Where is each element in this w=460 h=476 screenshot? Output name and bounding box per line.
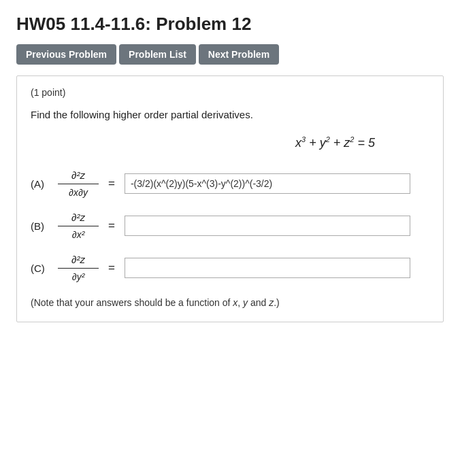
part-row-b: (B) ∂²z ∂x² = [31,211,429,240]
part-row-c: (C) ∂²z ∂y² = [31,254,429,282]
equals-a: = [108,177,115,190]
part-label-c: (C) [31,262,51,274]
note-text: (Note that your answers should be a func… [31,297,429,308]
part-label-b: (B) [31,220,51,232]
partial-deriv-c: ∂²z ∂y² [58,254,99,282]
equals-c: = [108,261,115,275]
nav-buttons: Previous Problem Problem List Next Probl… [16,44,444,65]
partial-num-b: ∂²z [71,211,85,224]
part-row-a: (A) ∂²z ∂x∂y = [31,169,429,198]
page-wrapper: HW05 11.4-11.6: Problem 12 Previous Prob… [0,0,460,336]
fraction-line-c [58,268,99,269]
fraction-line-b [58,226,99,226]
partial-denom-c: ∂y² [72,270,85,282]
answer-input-c[interactable] [125,258,410,278]
part-label-a: (A) [31,178,51,190]
partial-num-c: ∂²z [71,254,85,267]
fraction-line-a [58,184,99,184]
answer-input-b[interactable] [125,216,410,236]
problem-list-button[interactable]: Problem List [119,44,196,65]
points-label: (1 point) [31,87,429,98]
partial-denom-b: ∂x² [72,228,85,240]
partial-deriv-a: ∂²z ∂x∂y [58,169,99,198]
partial-denom-a: ∂x∂y [69,186,88,198]
parts-container: (A) ∂²z ∂x∂y = (B) ∂²z ∂x² = [31,169,429,282]
problem-instruction: Find the following higher order partial … [31,109,429,120]
equals-b: = [108,219,115,233]
answer-input-a[interactable] [125,173,410,194]
next-problem-button[interactable]: Next Problem [199,44,279,65]
partial-deriv-b: ∂²z ∂x² [58,211,99,240]
problem-box: (1 point) Find the following higher orde… [16,75,444,322]
partial-num-a: ∂²z [71,169,85,182]
equation-text: x3 + y2 + z2 = 5 [295,136,375,150]
equation-display: x3 + y2 + z2 = 5 [31,135,429,150]
page-title: HW05 11.4-11.6: Problem 12 [16,14,444,35]
prev-problem-button[interactable]: Previous Problem [16,44,116,65]
